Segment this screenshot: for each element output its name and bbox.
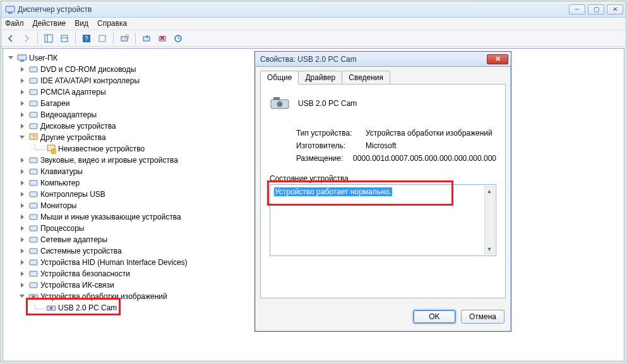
tree-node-label: PCMCIA адаптеры	[40, 86, 106, 98]
menu-action[interactable]: Действие	[33, 19, 66, 28]
dialog-tabs: Общие Драйвер Сведения	[260, 71, 506, 85]
toolbar-button-2[interactable]	[171, 32, 185, 45]
device-status-group: Состояние устройства Устройство работает…	[270, 174, 496, 256]
expand-icon[interactable]	[20, 66, 27, 73]
tree-node-label: Сетевые адаптеры	[40, 234, 107, 245]
menu-view[interactable]: Вид	[75, 19, 88, 28]
svg-rect-18	[30, 67, 37, 72]
svg-rect-2	[45, 35, 52, 42]
device-category-icon	[28, 87, 39, 97]
tab-details[interactable]: Сведения	[342, 71, 390, 85]
device-category-icon	[28, 212, 39, 222]
computer-icon	[17, 53, 27, 63]
device-category-icon	[28, 167, 39, 177]
tab-pane-general: USB 2.0 PC Cam Тип устройства: Устройств…	[260, 84, 506, 298]
svg-point-42	[32, 295, 35, 298]
prop-value: Microsoft	[366, 141, 397, 150]
scroll-up-icon[interactable]: ▲	[485, 187, 494, 196]
expand-icon[interactable]	[20, 293, 27, 300]
properties-dialog: Свойства: USB 2.0 PC Cam ✕ Общие Драйвер…	[254, 51, 511, 332]
prop-row-type: Тип устройства: Устройства обработки изо…	[296, 129, 496, 138]
imaging-devices-icon	[28, 291, 39, 302]
expand-icon[interactable]	[20, 112, 27, 119]
show-hide-tree-button[interactable]	[42, 32, 56, 45]
cancel-button[interactable]: Отмена	[461, 310, 505, 324]
menu-help[interactable]: Справка	[97, 19, 127, 28]
dialog-close-button[interactable]: ✕	[487, 54, 508, 64]
maximize-button[interactable]: ▢	[588, 4, 604, 15]
ok-button[interactable]: OK	[413, 310, 456, 324]
tree-node-label: Мониторы	[40, 200, 76, 211]
svg-rect-33	[30, 203, 37, 208]
expand-icon[interactable]	[20, 157, 27, 164]
svg-rect-40	[30, 283, 37, 288]
device-category-icon	[28, 189, 39, 199]
tree-node-label: USB 2.0 PC Cam	[58, 302, 117, 314]
prop-key: Тип устройства:	[296, 129, 366, 138]
expand-icon[interactable]	[20, 89, 27, 96]
expand-icon[interactable]	[20, 214, 27, 221]
expand-icon[interactable]	[20, 237, 27, 244]
tab-general[interactable]: Общие	[260, 71, 299, 85]
dialog-title: Свойства: USB 2.0 PC Cam	[260, 55, 487, 64]
device-category-icon	[28, 280, 39, 290]
tree-node-label: IDE ATA/ATAPI контроллеры	[40, 75, 140, 86]
close-button[interactable]: ✕	[607, 4, 623, 15]
client-area: User-ПК DVD и CD-ROM дисководыIDE ATA/AT…	[3, 48, 624, 361]
menu-file[interactable]: Файл	[5, 19, 24, 28]
expand-icon[interactable]	[20, 168, 27, 175]
prop-value: Устройства обработки изображений	[366, 129, 493, 138]
expand-icon[interactable]	[20, 259, 27, 266]
expand-icon[interactable]	[20, 203, 27, 209]
tree-node-label: Устройства безопасности	[40, 268, 130, 279]
tree-node-label: Контроллеры USB	[40, 189, 105, 200]
scan-hardware-button[interactable]	[117, 32, 131, 45]
svg-text:?: ?	[32, 134, 35, 140]
svg-rect-23	[30, 124, 37, 129]
window-title: Диспетчер устройств	[18, 5, 569, 14]
expand-icon[interactable]	[20, 180, 27, 187]
device-header: USB 2.0 PC Cam	[270, 93, 496, 114]
toolbar-button-1[interactable]	[95, 32, 109, 45]
expand-icon[interactable]	[20, 225, 27, 232]
titlebar: Диспетчер устройств ─ ▢ ✕	[1, 1, 626, 18]
tab-driver[interactable]: Драйвер	[298, 71, 342, 85]
dialog-titlebar: Свойства: USB 2.0 PC Cam ✕	[255, 52, 511, 67]
help-button[interactable]: ?	[80, 32, 93, 45]
properties-button[interactable]	[57, 32, 71, 45]
svg-rect-16	[18, 55, 27, 60]
device-status-label: Состояние устройства	[270, 174, 496, 183]
expand-icon[interactable]	[8, 55, 15, 62]
expand-icon[interactable]	[20, 78, 27, 85]
expand-icon[interactable]	[20, 248, 27, 255]
tree-node-label: Звуковые, видео и игровые устройства	[40, 155, 178, 166]
minimize-button[interactable]: ─	[569, 4, 585, 15]
device-status-box[interactable]: Устройство работает нормально. ▲ ▼	[270, 184, 496, 256]
expand-icon[interactable]	[20, 134, 27, 141]
tree-root-label: User-ПК	[29, 52, 57, 64]
device-name: USB 2.0 PC Cam	[298, 99, 357, 108]
prop-key: Размещение:	[296, 154, 353, 163]
expand-icon[interactable]	[20, 123, 27, 130]
other-devices-icon: ?	[28, 132, 39, 143]
svg-rect-8	[99, 35, 105, 42]
menubar: Файл Действие Вид Справка	[1, 18, 626, 30]
device-category-icon	[28, 201, 39, 211]
expand-icon[interactable]	[20, 271, 27, 278]
uninstall-button[interactable]	[155, 32, 169, 45]
expand-icon[interactable]	[20, 282, 27, 289]
scroll-down-icon[interactable]: ▼	[485, 245, 494, 254]
tree-node-label: Компьютер	[40, 177, 80, 189]
back-button[interactable]	[4, 32, 18, 45]
device-category-icon	[28, 257, 39, 267]
dialog-body: Общие Драйвер Сведения USB 2.0 PC Cam Ти…	[255, 67, 511, 303]
update-driver-button[interactable]	[140, 32, 153, 45]
svg-rect-32	[30, 192, 37, 197]
tree-node-label: Устройства обработки изображений	[40, 291, 167, 302]
scrollbar[interactable]: ▲ ▼	[484, 186, 494, 254]
svg-rect-34	[30, 214, 37, 220]
expand-icon[interactable]	[20, 191, 27, 198]
expand-icon[interactable]	[20, 100, 27, 107]
tree-node-label: Устройства ИК-связи	[40, 279, 114, 291]
forward-button[interactable]	[20, 32, 33, 45]
